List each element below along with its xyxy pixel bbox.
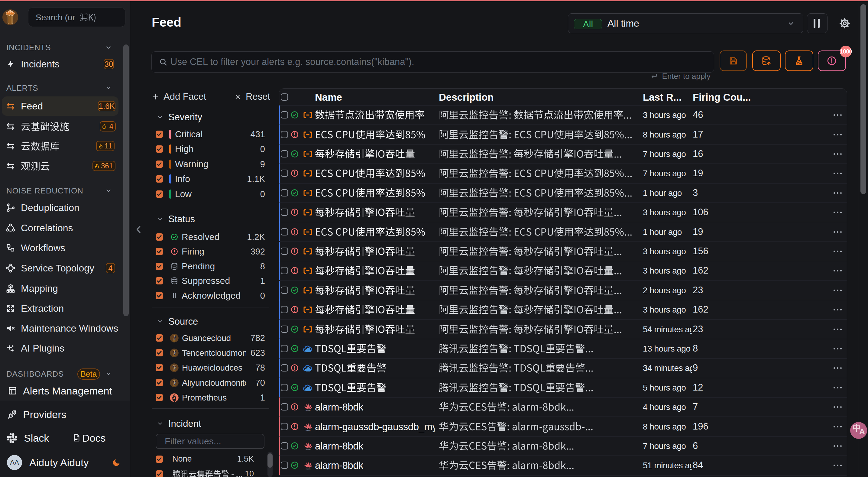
svg-text:HUAWEI: HUAWEI [306, 429, 311, 431]
svg-text:?: ? [173, 364, 176, 371]
svg-text:HUAWEI: HUAWEI [306, 468, 311, 470]
svg-text:?: ? [173, 379, 176, 386]
svg-text:HUAWEI: HUAWEI [306, 410, 311, 411]
svg-text:?: ? [173, 350, 176, 356]
svg-text:?: ? [173, 335, 176, 341]
svg-text:HUAWEI: HUAWEI [306, 449, 311, 450]
